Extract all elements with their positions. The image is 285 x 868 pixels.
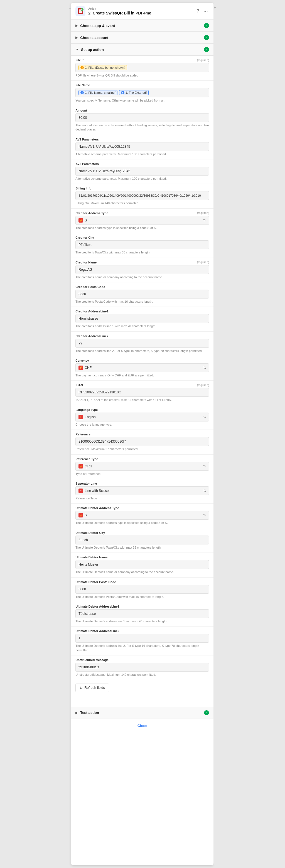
ultimate-debtor-address-type-select-arrow: ⇅ xyxy=(203,513,206,517)
reference-type-hint: Type of Reference xyxy=(76,472,209,476)
separator-line-value[interactable]: ✂ Line with Scissor ⇅ xyxy=(76,486,209,495)
ultimate-debtor-address-line1-hint: The Ultimate Debtor's address line 1 wit… xyxy=(76,619,209,623)
field-creditor-address-line2: Creditor AddressLine2 79 The creditor's … xyxy=(71,332,213,356)
ultimate-debtor-address-line2-value[interactable]: 1 xyxy=(76,634,209,643)
amount-value[interactable]: 30.00 xyxy=(76,113,209,122)
test-action-check: ✓ xyxy=(204,710,209,715)
av1-label: AV1 Parameters xyxy=(76,138,209,141)
ultimate-debtor-name-label: Ultimate Debtor Name xyxy=(76,556,209,559)
file-name-pill2-icon: ⬆ xyxy=(121,91,124,94)
language-type-icon: ⚡ xyxy=(79,415,83,419)
top-arrow: ↓ xyxy=(69,3,71,865)
choose-app-check: ✓ xyxy=(204,23,209,28)
choose-account-section[interactable]: ▶ Choose account ✓ xyxy=(71,32,213,44)
creditor-address-line1-hint: The creditor's address line 1 with max 7… xyxy=(76,324,209,328)
unstructured-message-value[interactable]: for individuals xyxy=(76,663,209,672)
file-name-pill1: ⬆ 1. File Name: smallpdf xyxy=(79,90,117,95)
currency-icon: ⚡ xyxy=(79,366,83,370)
creditor-address-type-label: Creditor Address Type (required) xyxy=(76,211,209,215)
creditor-name-value[interactable]: Rega AG xyxy=(76,265,209,274)
reference-label: Reference xyxy=(76,433,209,436)
creditor-address-line2-value[interactable]: 79 xyxy=(76,339,209,348)
creditor-postal-code-value[interactable]: 8330 xyxy=(76,289,209,299)
language-type-value[interactable]: ⚡ English ⇅ xyxy=(76,412,209,422)
amount-label: Amount xyxy=(76,109,209,112)
ultimate-debtor-address-line1-value[interactable]: Tödistrasse xyxy=(76,609,209,618)
currency-value[interactable]: ⚡ CHF ⇅ xyxy=(76,363,209,372)
separator-line-select-arrow: ⇅ xyxy=(203,489,206,493)
reference-type-value[interactable]: ⚡ QRR ⇅ xyxy=(76,462,209,471)
creditor-postal-code-label: Creditor PostalCode xyxy=(76,285,209,288)
bottom-arrow: + xyxy=(213,3,216,865)
ultimate-debtor-city-label: Ultimate Debtor City xyxy=(76,531,209,534)
field-currency: Currency ⚡ CHF ⇅ The payment currency. O… xyxy=(71,356,213,380)
close-button[interactable]: Close xyxy=(138,723,147,728)
ultimate-debtor-city-hint: The Ultimate Debtor's Town/City with max… xyxy=(76,546,209,550)
choose-app-section[interactable]: ▶ Choose app & event ✓ xyxy=(71,20,213,32)
separator-line-hint: Reference Type xyxy=(76,496,209,500)
ultimate-debtor-name-hint: The Ultimate Debtor's name or company ac… xyxy=(76,570,209,574)
file-name-pill2: ⬆ 1. File Ext.: .pdf xyxy=(119,90,149,95)
unstructured-message-hint: UnstructuredMessage. Maximum 140 charact… xyxy=(76,673,209,677)
chevron-right-icon: ▶ xyxy=(76,24,78,28)
header-icons: ? ⋯ xyxy=(195,7,209,15)
av2-value[interactable]: Name AV1: UV:UltraPay005;12345 xyxy=(76,167,209,176)
creditor-address-type-value[interactable]: ⚡ S ⇅ xyxy=(76,216,209,225)
file-name-value[interactable]: ⬆ 1. File Name: smallpdf ⬆ 1. File Ext.:… xyxy=(76,88,209,97)
file-id-hint: PDF file where Swiss QR Bill should be a… xyxy=(76,73,209,78)
test-action-section[interactable]: ▶ Test action ✓ xyxy=(71,707,213,719)
field-reference-type: Reference Type ⚡ QRR ⇅ Type of Reference xyxy=(71,455,213,479)
field-creditor-name: Creditor Name (required) Rega AG The cre… xyxy=(71,258,213,282)
iban-value[interactable]: CH5100225225952913010C xyxy=(76,388,209,397)
ultimate-debtor-name-value[interactable]: Heinz Muster xyxy=(76,560,209,569)
file-name-pill1-icon: ⬆ xyxy=(80,91,84,94)
ultimate-debtor-address-line1-label: Ultimate Debtor AddressLine1 xyxy=(76,605,209,608)
unstructured-message-label: Unstructured Message xyxy=(76,658,209,661)
creditor-address-type-hint: The creditor's address type is specified… xyxy=(76,226,209,230)
field-file-name: File Name ⬆ 1. File Name: smallpdf ⬆ 1. … xyxy=(71,81,213,106)
ultimate-debtor-address-type-hint: The Ultimate Debtor's address type is sp… xyxy=(76,521,209,525)
language-type-hint: Choose the language type. xyxy=(76,423,209,427)
test-action-chevron: ▶ xyxy=(76,711,78,715)
av2-label: AV2 Parameters xyxy=(76,162,209,165)
file-id-pill: ⬆ 1. File: (Exists but not shown) xyxy=(79,65,127,70)
help-button[interactable]: ? xyxy=(195,7,200,15)
reference-type-label: Reference Type xyxy=(76,457,209,461)
field-av1: AV1 Parameters Name AV1: UV:UltraPay005;… xyxy=(71,135,213,159)
field-separator-line: Seperator Line ✂ Line with Scissor ⇅ Ref… xyxy=(71,479,213,503)
iban-label: IBAN (required) xyxy=(76,383,209,387)
file-id-value[interactable]: ⬆ 1. File: (Exists but not shown) xyxy=(76,63,209,72)
setup-action-label: Set up action xyxy=(81,48,204,52)
setup-action-section[interactable]: ▼ Set up action ✓ xyxy=(71,44,213,56)
choose-account-check: ✓ xyxy=(204,35,209,40)
refresh-icon: ↻ xyxy=(80,686,83,690)
creditor-city-hint: The creditor's Town/City with max 35 cha… xyxy=(76,250,209,254)
refresh-fields-button[interactable]: ↻ Refresh fields xyxy=(76,684,109,692)
field-creditor-city: Creditor City Pfäffikon The creditor's T… xyxy=(71,233,213,258)
ultimate-debtor-postal-code-value[interactable]: 8000 xyxy=(76,585,209,594)
field-billing-info: Billing Info S1/01/20170309/11/10201409/… xyxy=(71,184,213,208)
ultimate-debtor-city-value[interactable]: Zurich xyxy=(76,535,209,545)
chevron-right-icon2: ▶ xyxy=(76,36,78,39)
creditor-name-hint: The creditor's name or company according… xyxy=(76,275,209,279)
ultimate-debtor-address-type-value[interactable]: ⚡ S ⇅ xyxy=(76,511,209,520)
billing-info-hint: BillingInfo. Maximum 140 characters perm… xyxy=(76,201,209,205)
ultimate-debtor-address-type-icon: ⚡ xyxy=(79,513,83,518)
av1-value[interactable]: Name AV1: UV:UltraPay005;12345 xyxy=(76,142,209,151)
creditor-city-value[interactable]: Pfäffikon xyxy=(76,240,209,249)
header: Action 2. Create SwissQR Bill in PDF4me … xyxy=(71,3,213,20)
chevron-down-icon: ▼ xyxy=(76,48,79,52)
creditor-address-line1-value[interactable]: Hörnlistrasse xyxy=(76,314,209,323)
billing-info-value[interactable]: S1/01/20170309/11/10201409/20/14000000/2… xyxy=(76,191,209,200)
field-iban: IBAN (required) CH5100225225952913010C I… xyxy=(71,380,213,405)
field-ultimate-debtor-address-line1: Ultimate Debtor AddressLine1 Tödistrasse… xyxy=(71,602,213,626)
field-creditor-address-line1: Creditor AddressLine1 Hörnlistrasse The … xyxy=(71,307,213,331)
language-type-label: Language Type xyxy=(76,408,209,411)
field-ultimate-debtor-address-line2: Ultimate Debtor AddressLine2 1 The Ultim… xyxy=(71,626,213,655)
more-options-button[interactable]: ⋯ xyxy=(202,7,209,15)
reference-value[interactable]: 210000000031394714300090I7 xyxy=(76,437,209,446)
creditor-address-line2-hint: The creditor's address line 2. For S typ… xyxy=(76,349,209,353)
field-reference: Reference 210000000031394714300090I7 Ref… xyxy=(71,430,213,454)
header-info: Action 2. Create SwissQR Bill in PDF4me xyxy=(88,7,195,15)
ultimate-debtor-address-line2-label: Ultimate Debtor AddressLine2 xyxy=(76,629,209,633)
